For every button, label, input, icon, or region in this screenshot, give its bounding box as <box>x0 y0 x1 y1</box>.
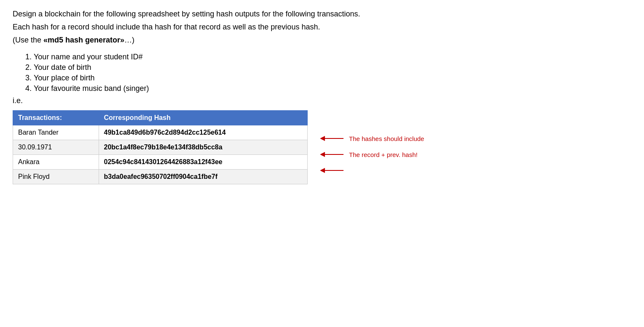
hash-cell-3: 0254c94c8414301264426883a12f43ee <box>99 155 307 170</box>
arrow-icon-3 <box>320 166 346 175</box>
ie-label: i.e. <box>13 96 631 105</box>
intro-section: Design a blockchain for the following sp… <box>13 8 631 105</box>
annotation-row-2: The record + prev. hash! <box>320 146 424 162</box>
table-row: Ankara 0254c94c8414301264426883a12f43ee <box>13 155 308 170</box>
col-header-transactions: Transactions: <box>13 111 99 125</box>
table-row: Pink Floyd b3da0eafec96350702ff0904ca1fb… <box>13 170 308 184</box>
annotations-section: The hashes should include The record + p… <box>320 110 424 178</box>
table-wrapper: Transactions: Corresponding Hash Baran T… <box>13 110 631 184</box>
table-row: Baran Tander 49b1ca849d6b976c2d894d2cc12… <box>13 125 308 140</box>
hash-cell-1: 49b1ca849d6b976c2d894d2cc125e614 <box>99 125 307 140</box>
list-item-3: Your place of birth <box>34 74 631 82</box>
annotation-text-2: The record + prev. hash! <box>349 151 418 158</box>
intro-line3: (Use the «md5 hash generator»…) <box>13 35 631 46</box>
intro-line3-prefix: (Use the <box>13 36 43 44</box>
table-row: 30.09.1971 20bc1a4f8ec79b18e4e134f38db5c… <box>13 140 308 155</box>
transaction-cell-4: Pink Floyd <box>13 170 99 184</box>
annotation-row-3 <box>320 162 424 178</box>
blockchain-table: Transactions: Corresponding Hash Baran T… <box>13 110 308 184</box>
arrow-icon-1 <box>320 134 346 143</box>
hash-cell-2: 20bc1a4f8ec79b18e4e134f38db5cc8a <box>99 140 307 155</box>
list-item-4: Your favourite music band (singer) <box>34 84 631 93</box>
numbered-list: Your name and your student ID# Your date… <box>30 53 631 93</box>
annotation-text-1: The hashes should include <box>349 135 424 142</box>
list-item-2: Your date of birth <box>34 63 631 72</box>
intro-line3-suffix: …) <box>124 36 134 44</box>
annotation-row-1: The hashes should include <box>320 130 424 146</box>
arrow-icon-2 <box>320 150 346 159</box>
transaction-cell-1: Baran Tander <box>13 125 99 140</box>
intro-line1: Design a blockchain for the following sp… <box>13 8 631 20</box>
list-item-1: Your name and your student ID# <box>34 53 631 61</box>
hash-cell-4: b3da0eafec96350702ff0904ca1fbe7f <box>99 170 307 184</box>
table-header-row: Transactions: Corresponding Hash <box>13 111 308 125</box>
intro-line2: Each hash for a record should include th… <box>13 21 631 33</box>
col-header-hash: Corresponding Hash <box>99 111 307 125</box>
transaction-cell-2: 30.09.1971 <box>13 140 99 155</box>
intro-line3-bold: «md5 hash generator» <box>43 36 124 44</box>
transaction-cell-3: Ankara <box>13 155 99 170</box>
